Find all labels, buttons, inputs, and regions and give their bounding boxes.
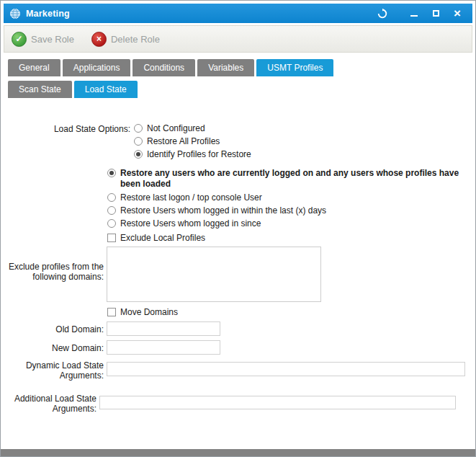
additional-load-state-arguments-input[interactable]: [99, 396, 456, 409]
radio-icon: [107, 206, 116, 215]
radio-label: Identify Profiles for Restore: [147, 149, 251, 160]
window: Marketing × ✓ Save Role × Delete Role Ge…: [0, 0, 476, 457]
radio-restore-last-logon-user[interactable]: Restore last logon / top console User: [107, 192, 473, 205]
save-role-label: Save Role: [31, 34, 74, 45]
radio-label: Restore last logon / top console User: [120, 192, 262, 203]
checkbox-icon: [107, 234, 116, 242]
exclude-domains-textarea[interactable]: [107, 247, 321, 302]
old-domain-input[interactable]: [107, 321, 220, 336]
tab-scan-state[interactable]: Scan State: [8, 81, 72, 98]
delete-x-icon: ×: [91, 32, 107, 47]
tab-general[interactable]: General: [8, 59, 60, 76]
restore-users-group: Restore any users who are currently logg…: [107, 168, 473, 246]
titlebar-controls: ×: [373, 6, 467, 22]
radio-label: Restore Users whom logged in within the …: [120, 205, 326, 216]
close-button[interactable]: ×: [448, 6, 467, 22]
radio-label: Not Configured: [147, 123, 205, 134]
tab-usmt-profiles[interactable]: USMT Profiles: [256, 59, 333, 76]
window-bottom-edge: [1, 449, 475, 456]
radio-restore-users-logged-in-since[interactable]: Restore Users whom logged in since: [107, 218, 473, 231]
radio-icon: [134, 124, 143, 133]
tab-variables[interactable]: Variables: [197, 59, 254, 76]
globe-icon: [9, 8, 21, 19]
radio-icon: [107, 193, 116, 202]
dynamic-load-state-arguments-label: Dynamic Load State Arguments:: [4, 360, 104, 381]
window-title: Marketing: [26, 9, 70, 19]
load-state-options-group: Not Configured Restore All Profiles Iden…: [134, 123, 251, 162]
maximize-button[interactable]: [426, 6, 445, 22]
checkbox-icon: [107, 308, 116, 316]
radio-label: Restore any users who are currently logg…: [120, 168, 470, 190]
radio-identify-profiles-for-restore[interactable]: Identify Profiles for Restore: [134, 149, 251, 162]
toolbar: ✓ Save Role × Delete Role: [4, 25, 472, 53]
load-state-options-label: Load State Options:: [6, 124, 130, 134]
checkbox-label: Exclude Local Profiles: [120, 233, 205, 244]
new-domain-input[interactable]: [107, 340, 220, 355]
tab-applications[interactable]: Applications: [63, 59, 131, 76]
minimize-button[interactable]: [405, 6, 423, 22]
radio-restore-all-profiles[interactable]: Restore All Profiles: [134, 136, 251, 149]
dynamic-load-state-arguments-input[interactable]: [107, 362, 465, 376]
radio-restore-current-logged-on-users[interactable]: Restore any users who are currently logg…: [107, 168, 473, 190]
save-check-icon: ✓: [12, 32, 27, 47]
radio-restore-users-last-x-days[interactable]: Restore Users whom logged in within the …: [107, 205, 473, 218]
radio-label: Restore All Profiles: [147, 136, 220, 147]
radio-icon: [134, 137, 143, 146]
refresh-icon[interactable]: [373, 6, 392, 22]
sub-tab-bar: Scan State Load State: [8, 81, 138, 98]
tab-load-state[interactable]: Load State: [74, 81, 138, 98]
checkbox-move-domains[interactable]: Move Domains: [107, 307, 178, 320]
save-role-button[interactable]: ✓ Save Role: [9, 30, 81, 49]
checkbox-label: Move Domains: [120, 307, 178, 318]
titlebar: Marketing ×: [4, 4, 472, 23]
radio-not-configured[interactable]: Not Configured: [134, 123, 251, 136]
delete-role-label: Delete Role: [111, 34, 160, 45]
checkbox-exclude-local-profiles[interactable]: Exclude Local Profiles: [107, 233, 473, 246]
radio-icon: [107, 169, 116, 177]
main-tab-bar: General Applications Conditions Variable…: [8, 59, 333, 76]
radio-label: Restore Users whom logged in since: [120, 218, 261, 229]
tab-conditions[interactable]: Conditions: [133, 59, 195, 76]
radio-icon: [134, 150, 143, 159]
new-domain-label: New Domain:: [4, 343, 104, 353]
additional-load-state-arguments-label: Additional Load State Arguments:: [1, 394, 96, 414]
radio-icon: [107, 219, 116, 228]
delete-role-button[interactable]: × Delete Role: [89, 30, 167, 49]
exclude-domains-label: Exclude profiles from the following doma…: [4, 262, 104, 282]
old-domain-label: Old Domain:: [4, 324, 104, 334]
